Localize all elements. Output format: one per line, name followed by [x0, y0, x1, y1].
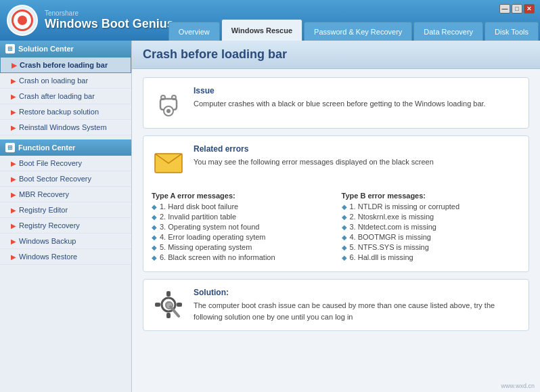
solution-center-label: Solution Center [18, 45, 74, 53]
arrow-icon: ▶ [11, 222, 16, 230]
error-b-2: ◆2. Ntoskrnl.exe is missing [342, 213, 521, 221]
svg-point-3 [172, 95, 176, 100]
app-logo [7, 5, 38, 36]
diamond-icon: ◆ [152, 223, 157, 231]
error-a-4: ◆4. Error loading operating sytem [152, 233, 331, 241]
tab-disk-tools[interactable]: Disk Tools [485, 22, 539, 41]
error-columns: Type A error messages: ◆1. Hard disk boo… [152, 192, 520, 263]
error-a-5: ◆5. Missing operating system [152, 243, 331, 251]
type-b-heading: Type B error messages: [342, 192, 521, 200]
arrow-icon: ▶ [12, 62, 17, 69]
tab-windows-rescue[interactable]: Windows Rescue [221, 19, 302, 41]
solution-center-icon: ⊞ [5, 44, 15, 53]
function-center-icon: ⊞ [5, 143, 15, 152]
issue-icon [152, 86, 185, 120]
diamond-icon: ◆ [152, 244, 157, 251]
app-name: Windows Boot Genius [45, 17, 174, 31]
content-area: Crash before loading bar [132, 41, 540, 392]
error-a-3: ◆3. Operating system not found [152, 223, 331, 231]
app-title-area: Tenorshare Windows Boot Genius [45, 9, 174, 31]
diamond-icon: ◆ [342, 213, 347, 221]
function-center-label: Function Center [18, 144, 75, 152]
svg-rect-7 [166, 291, 171, 297]
solution-text: The computer boot crash issue can be cau… [194, 300, 520, 322]
nav-tabs: Overview Windows Rescue Password & Key R… [168, 19, 540, 41]
logo-inner [12, 9, 33, 31]
svg-point-2 [161, 95, 165, 100]
crash-on-label: Crash on loading bar [19, 77, 88, 85]
svg-rect-10 [177, 303, 182, 307]
diamond-icon: ◆ [342, 234, 347, 241]
mbr-recovery-label: MBR Recovery [19, 190, 69, 198]
arrow-icon: ▶ [11, 238, 16, 245]
minimize-button[interactable]: — [499, 4, 510, 14]
related-errors-text: You may see the following error messages… [194, 156, 520, 168]
sidebar-item-registry-editor[interactable]: ▶ Registry Editor [0, 202, 131, 218]
arrow-icon: ▶ [11, 253, 16, 261]
maximize-button[interactable]: □ [512, 4, 522, 14]
content-body: Issue Computer crashes with a black or b… [132, 69, 540, 392]
arrow-icon: ▶ [11, 160, 16, 167]
diamond-icon: ◆ [342, 223, 347, 231]
sidebar-item-windows-restore[interactable]: ▶ Windows Restore [0, 249, 131, 265]
restore-backup-label: Restore backup solution [19, 108, 99, 116]
diamond-icon: ◆ [342, 203, 347, 211]
diamond-icon: ◆ [152, 203, 157, 211]
content-header: Crash before loading bar [132, 41, 540, 69]
related-errors-card: Related errors You may see the following… [143, 135, 529, 272]
sidebar-item-crash-before[interactable]: ▶ Crash before loading bar [0, 57, 131, 73]
arrow-icon: ▶ [11, 93, 16, 100]
solution-title: Solution: [194, 288, 520, 297]
arrow-icon: ▶ [11, 175, 16, 183]
related-errors-icon [152, 144, 185, 178]
solution-content: Solution: The computer boot crash issue … [194, 288, 520, 322]
tab-password-recovery[interactable]: Password & Key Recovery [304, 22, 412, 41]
arrow-icon: ▶ [11, 77, 16, 85]
function-center-header: ⊞ Function Center [0, 139, 131, 156]
error-b-5: ◆5. NTFS.SYS is missing [342, 243, 521, 251]
arrow-icon: ▶ [11, 191, 16, 198]
type-a-heading: Type A error messages: [152, 192, 331, 200]
boot-sector-label: Boot Sector Recovery [19, 175, 91, 183]
diamond-icon: ◆ [152, 254, 157, 261]
sidebar-item-crash-on[interactable]: ▶ Crash on loading bar [0, 73, 131, 89]
diamond-icon: ◆ [342, 254, 347, 261]
sidebar-item-boot-sector[interactable]: ▶ Boot Sector Recovery [0, 171, 131, 187]
close-button[interactable]: ✕ [524, 4, 535, 14]
error-a-2: ◆2. Invalid partition table [152, 213, 331, 221]
registry-recovery-label: Registry Recovery [19, 221, 80, 230]
sidebar-item-mbr-recovery[interactable]: ▶ MBR Recovery [0, 187, 131, 202]
window-controls: — □ ✕ [499, 4, 535, 14]
title-bar: Tenorshare Windows Boot Genius Overview … [0, 0, 540, 41]
crash-after-label: Crash after loading bar [19, 92, 95, 100]
issue-card: Issue Computer crashes with a black or b… [143, 77, 529, 129]
diamond-icon: ◆ [152, 234, 157, 241]
diamond-icon: ◆ [152, 213, 157, 221]
related-errors-title: Related errors [194, 144, 520, 154]
sidebar-item-crash-after[interactable]: ▶ Crash after loading bar [0, 89, 131, 104]
sidebar-item-windows-backup[interactable]: ▶ Windows Backup [0, 234, 131, 249]
solution-icon [152, 288, 185, 322]
sidebar-item-boot-file[interactable]: ▶ Boot File Recovery [0, 156, 131, 171]
issue-title: Issue [194, 86, 520, 95]
solution-center-header: ⊞ Solution Center [0, 41, 131, 57]
company-name: Tenorshare [45, 9, 174, 17]
solution-card: Solution: The computer boot crash issue … [143, 279, 529, 331]
sidebar-item-registry-recovery[interactable]: ▶ Registry Recovery [0, 218, 131, 234]
windows-backup-label: Windows Backup [19, 237, 76, 245]
error-b-4: ◆4. BOOTMGR is missing [342, 233, 521, 241]
error-b-6: ◆6. Hal.dll is missing [342, 253, 521, 261]
tab-overview[interactable]: Overview [168, 22, 220, 41]
tab-data-recovery[interactable]: Data Recovery [413, 22, 483, 41]
main-layout: ⊞ Solution Center ▶ Crash before loading… [0, 41, 540, 392]
page-title: Crash before loading bar [143, 47, 529, 62]
error-col-b: Type B error messages: ◆1. NTLDR is miss… [342, 192, 521, 263]
arrow-icon: ▶ [11, 206, 16, 214]
svg-rect-9 [155, 303, 160, 307]
error-col-a: Type A error messages: ◆1. Hard disk boo… [152, 192, 331, 263]
sidebar-item-reinstall-windows[interactable]: ▶ Reinstall Windows System [0, 120, 131, 135]
sidebar-item-restore-backup[interactable]: ▶ Restore backup solution [0, 104, 131, 120]
reinstall-windows-label: Reinstall Windows System [19, 123, 107, 131]
related-errors-content: Related errors You may see the following… [194, 144, 520, 168]
error-b-1: ◆1. NTLDR is missing or corrupted [342, 202, 521, 211]
